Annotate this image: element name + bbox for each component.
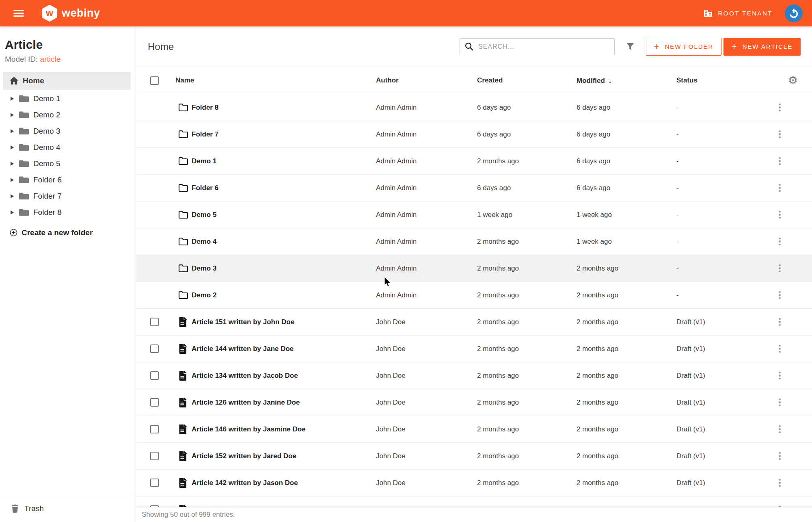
row-name-link[interactable]: Article 146 written by Jasmine Doe — [192, 425, 376, 433]
chevron-right-icon[interactable] — [11, 129, 14, 133]
row-modified: 2 months ago — [577, 318, 676, 326]
entries-count-footer: Showing 50 out of 999 entries. — [136, 507, 812, 522]
table-row[interactable]: Folder 7Admin Admin6 days ago6 days ago- — [136, 121, 812, 148]
row-name-link[interactable]: Article 142 written by Jason Doe — [192, 479, 376, 487]
table-row[interactable]: Demo 1Admin Admin2 months ago6 days ago- — [136, 148, 812, 175]
row-menu-icon[interactable] — [772, 103, 781, 112]
table-row[interactable]: Demo 4Admin Admin2 months ago1 week ago- — [136, 228, 812, 255]
table-row[interactable]: Demo 5Admin Admin1 week ago1 week ago- — [136, 201, 812, 228]
search-input[interactable] — [478, 43, 609, 50]
row-checkbox[interactable] — [150, 318, 159, 326]
row-author: Admin Admin — [376, 211, 477, 219]
row-modified: 2 months ago — [577, 372, 676, 380]
row-checkbox[interactable] — [150, 344, 159, 353]
chevron-right-icon[interactable] — [11, 145, 14, 149]
row-menu-icon[interactable] — [772, 183, 781, 193]
sidebar-folder-item[interactable]: Demo 4 — [0, 139, 136, 156]
sidebar-folder-item[interactable]: Folder 7 — [0, 188, 136, 204]
column-header-created[interactable]: Created — [477, 76, 577, 84]
sidebar-folder-item[interactable]: Folder 6 — [0, 172, 136, 188]
row-name-link[interactable]: Demo 4 — [192, 238, 376, 246]
row-name-link[interactable]: Folder 7 — [192, 130, 376, 139]
sidebar-folder-item[interactable]: Demo 2 — [0, 107, 136, 123]
row-menu-icon[interactable] — [772, 290, 781, 300]
column-header-modified[interactable]: Modified↓ — [577, 76, 676, 85]
table-row[interactable]: Article 144 written by Jane DoeJohn Doe2… — [136, 336, 812, 362]
chevron-right-icon[interactable] — [11, 162, 14, 166]
chevron-right-icon[interactable] — [11, 194, 14, 198]
row-menu-icon[interactable] — [772, 451, 781, 461]
folder-icon — [178, 103, 192, 112]
row-menu-icon[interactable] — [772, 130, 781, 139]
row-name-link[interactable]: Demo 2 — [192, 291, 376, 299]
row-menu-icon[interactable] — [772, 371, 781, 380]
row-menu-icon[interactable] — [772, 398, 781, 407]
table-row[interactable]: Folder 6Admin Admin6 days ago6 days ago- — [136, 175, 812, 201]
table-row[interactable]: Article 142 written by Jason DoeJohn Doe… — [136, 470, 812, 496]
row-checkbox[interactable] — [150, 479, 159, 487]
tenant-selector[interactable]: ROOT TENANT — [704, 9, 773, 17]
sidebar-folder-item[interactable]: Demo 5 — [0, 156, 136, 172]
sidebar-folder-item[interactable]: Demo 1 — [0, 91, 136, 107]
row-name-link[interactable]: Article 152 written by Jared Doe — [192, 452, 376, 460]
row-name-link[interactable]: Folder 6 — [192, 184, 376, 192]
new-article-button[interactable]: + NEW ARTICLE — [723, 38, 801, 56]
row-menu-icon[interactable] — [772, 478, 781, 487]
chevron-right-icon[interactable] — [11, 97, 14, 101]
row-menu-icon[interactable] — [772, 264, 781, 273]
row-status: Draft (v1) — [676, 452, 772, 460]
model-id: Model ID: article — [5, 55, 131, 64]
row-menu-icon[interactable] — [772, 317, 781, 327]
power-icon — [788, 7, 800, 19]
row-name-link[interactable]: Article 151 written by John Doe — [192, 318, 376, 326]
table-settings-gear-icon[interactable]: ⚙ — [772, 74, 798, 87]
row-author: Admin Admin — [376, 157, 477, 165]
table-row[interactable]: Article 146 written by Jasmine DoeJohn D… — [136, 416, 812, 443]
row-name-link[interactable]: Demo 5 — [192, 211, 376, 219]
row-name-link[interactable]: Demo 3 — [192, 264, 376, 273]
sidebar-item-home[interactable]: Home — [3, 72, 131, 90]
row-created: 2 months ago — [477, 372, 577, 380]
table-row[interactable]: Folder 8Admin Admin6 days ago6 days ago- — [136, 94, 812, 121]
chevron-right-icon[interactable] — [11, 178, 14, 182]
user-avatar[interactable] — [785, 4, 803, 22]
new-folder-button[interactable]: + NEW FOLDER — [646, 38, 721, 56]
row-name-link[interactable]: Article 126 written by Janine Doe — [192, 399, 376, 407]
row-menu-icon[interactable] — [772, 237, 781, 246]
chevron-right-icon[interactable] — [11, 113, 14, 117]
table-row[interactable]: Demo 3Admin Admin2 months ago2 months ag… — [136, 255, 812, 282]
column-header-name[interactable]: Name — [175, 76, 376, 84]
row-created: 2 months ago — [477, 345, 577, 353]
chevron-right-icon[interactable] — [11, 210, 14, 214]
row-checkbox[interactable] — [150, 398, 159, 407]
row-name-link[interactable]: Demo 1 — [192, 157, 376, 165]
trash-button[interactable]: Trash — [0, 495, 136, 522]
table-row[interactable]: Article 126 written by Janine DoeJohn Do… — [136, 389, 812, 416]
row-author: John Doe — [376, 452, 477, 460]
row-author: Admin Admin — [376, 264, 477, 273]
table-row[interactable]: Article 152 written by Jared DoeJohn Doe… — [136, 443, 812, 470]
row-checkbox[interactable] — [150, 452, 159, 460]
row-created: 6 days ago — [477, 184, 577, 192]
sort-desc-icon: ↓ — [608, 76, 612, 84]
row-menu-icon[interactable] — [772, 425, 781, 434]
row-checkbox[interactable] — [150, 371, 159, 380]
menu-icon[interactable] — [13, 8, 24, 18]
row-name-link[interactable]: Article 134 written by Jacob Doe — [192, 372, 376, 380]
table-row[interactable]: Article 151 written by John DoeJohn Doe2… — [136, 309, 812, 336]
table-header: Name Author Created Modified↓ Status ⚙ — [136, 67, 812, 94]
table-row[interactable]: Demo 2Admin Admin2 months ago2 months ag… — [136, 282, 812, 309]
row-created: 6 days ago — [477, 130, 577, 139]
filter-icon[interactable] — [626, 43, 635, 51]
row-name-link[interactable]: Folder 8 — [192, 104, 376, 112]
create-folder-button[interactable]: Create a new folder — [0, 224, 136, 242]
row-checkbox[interactable] — [150, 425, 159, 433]
row-menu-icon[interactable] — [772, 210, 781, 219]
sidebar-folder-item[interactable]: Demo 3 — [0, 123, 136, 139]
row-menu-icon[interactable] — [772, 156, 781, 166]
row-menu-icon[interactable] — [772, 344, 781, 353]
row-name-link[interactable]: Article 144 written by Jane Doe — [192, 345, 376, 353]
select-all-checkbox[interactable] — [150, 76, 159, 85]
sidebar-folder-item[interactable]: Folder 8 — [0, 204, 136, 221]
table-row[interactable]: Article 134 written by Jacob DoeJohn Doe… — [136, 362, 812, 389]
